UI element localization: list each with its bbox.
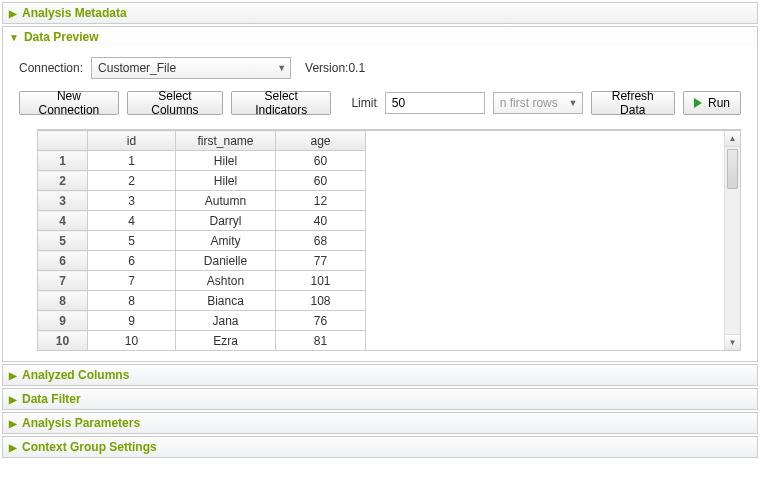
- limit-label: Limit: [351, 96, 376, 110]
- row-number: 4: [38, 211, 88, 231]
- refresh-data-button[interactable]: Refresh Data: [591, 91, 675, 115]
- cell-id: 3: [88, 191, 176, 211]
- section-header-data-filter[interactable]: ▶ Data Filter: [3, 389, 757, 409]
- data-table: id first_name age 11Hilel6022Hilel6033Au…: [37, 130, 366, 351]
- cell-age: 60: [276, 171, 366, 191]
- cell-age: 77: [276, 251, 366, 271]
- cell-id: 8: [88, 291, 176, 311]
- connection-label: Connection:: [19, 61, 83, 75]
- section-title: Data Preview: [24, 30, 99, 44]
- cell-age: 68: [276, 231, 366, 251]
- data-preview-body: Connection: Customer_File ▼ Version:0.1 …: [3, 47, 757, 361]
- cell-first-name: Darryl: [176, 211, 276, 231]
- section-header-analyzed-columns[interactable]: ▶ Analyzed Columns: [3, 365, 757, 385]
- cell-first-name: Danielle: [176, 251, 276, 271]
- cell-age: 76: [276, 311, 366, 331]
- section-header-data-preview[interactable]: ▼ Data Preview: [3, 27, 757, 47]
- version-label: Version:0.1: [299, 59, 371, 77]
- row-number: 9: [38, 311, 88, 331]
- row-number: 3: [38, 191, 88, 211]
- table-row[interactable]: 77Ashton101: [38, 271, 366, 291]
- cell-id: 6: [88, 251, 176, 271]
- row-number: 10: [38, 331, 88, 351]
- table-row[interactable]: 1010Ezra81: [38, 331, 366, 351]
- collapse-icon: ▼: [9, 32, 19, 43]
- data-table-wrap: id first_name age 11Hilel6022Hilel6033Au…: [37, 129, 741, 351]
- col-header-id[interactable]: id: [88, 131, 176, 151]
- cell-age: 12: [276, 191, 366, 211]
- table-corner: [38, 131, 88, 151]
- col-header-first-name[interactable]: first_name: [176, 131, 276, 151]
- section-title: Data Filter: [22, 392, 81, 406]
- expand-icon: ▶: [9, 394, 17, 405]
- cell-age: 81: [276, 331, 366, 351]
- table-row[interactable]: 11Hilel60: [38, 151, 366, 171]
- table-row[interactable]: 99Jana76: [38, 311, 366, 331]
- cell-first-name: Amity: [176, 231, 276, 251]
- col-header-age[interactable]: age: [276, 131, 366, 151]
- cell-id: 4: [88, 211, 176, 231]
- play-icon: [694, 98, 702, 108]
- cell-age: 60: [276, 151, 366, 171]
- scroll-up-icon[interactable]: ▲: [725, 131, 740, 147]
- row-number: 6: [38, 251, 88, 271]
- scroll-thumb[interactable]: [727, 149, 738, 189]
- row-number: 1: [38, 151, 88, 171]
- section-analysis-parameters: ▶ Analysis Parameters: [2, 412, 758, 434]
- section-header-context-group-settings[interactable]: ▶ Context Group Settings: [3, 437, 757, 457]
- scroll-down-icon[interactable]: ▼: [725, 334, 740, 350]
- cell-first-name: Ezra: [176, 331, 276, 351]
- section-data-filter: ▶ Data Filter: [2, 388, 758, 410]
- cell-first-name: Ashton: [176, 271, 276, 291]
- cell-first-name: Bianca: [176, 291, 276, 311]
- row-number: 2: [38, 171, 88, 191]
- limit-input[interactable]: [385, 92, 485, 114]
- table-row[interactable]: 44Darryl40: [38, 211, 366, 231]
- connection-combo[interactable]: Customer_File ▼: [91, 57, 291, 79]
- expand-icon: ▶: [9, 8, 17, 19]
- select-indicators-button[interactable]: Select Indicators: [231, 91, 331, 115]
- chevron-down-icon: ▼: [277, 63, 286, 73]
- cell-id: 5: [88, 231, 176, 251]
- section-title: Analyzed Columns: [22, 368, 129, 382]
- new-connection-button[interactable]: New Connection: [19, 91, 119, 115]
- vertical-scrollbar[interactable]: ▲ ▼: [724, 131, 740, 350]
- row-number: 7: [38, 271, 88, 291]
- table-row[interactable]: 55Amity68: [38, 231, 366, 251]
- expand-icon: ▶: [9, 418, 17, 429]
- section-data-preview: ▼ Data Preview Connection: Customer_File…: [2, 26, 758, 362]
- expand-icon: ▶: [9, 442, 17, 453]
- table-row[interactable]: 22Hilel60: [38, 171, 366, 191]
- table-row[interactable]: 66Danielle77: [38, 251, 366, 271]
- cell-id: 9: [88, 311, 176, 331]
- run-button[interactable]: Run: [683, 91, 741, 115]
- expand-icon: ▶: [9, 370, 17, 381]
- cell-id: 10: [88, 331, 176, 351]
- cell-first-name: Autumn: [176, 191, 276, 211]
- table-row[interactable]: 88Bianca108: [38, 291, 366, 311]
- cell-age: 101: [276, 271, 366, 291]
- cell-age: 108: [276, 291, 366, 311]
- row-number: 5: [38, 231, 88, 251]
- chevron-down-icon: ▼: [569, 98, 578, 108]
- section-analysis-metadata: ▶ Analysis Metadata: [2, 2, 758, 24]
- section-title: Context Group Settings: [22, 440, 157, 454]
- section-header-analysis-metadata[interactable]: ▶ Analysis Metadata: [3, 3, 757, 23]
- cell-first-name: Hilel: [176, 171, 276, 191]
- toolbar: New Connection Select Columns Select Ind…: [19, 91, 741, 115]
- cell-first-name: Hilel: [176, 151, 276, 171]
- select-columns-button[interactable]: Select Columns: [127, 91, 223, 115]
- row-mode-combo[interactable]: n first rows ▼: [493, 92, 583, 114]
- cell-id: 7: [88, 271, 176, 291]
- table-empty-area: ▲ ▼: [366, 130, 741, 351]
- section-context-group-settings: ▶ Context Group Settings: [2, 436, 758, 458]
- section-header-analysis-parameters[interactable]: ▶ Analysis Parameters: [3, 413, 757, 433]
- cell-first-name: Jana: [176, 311, 276, 331]
- section-title: Analysis Parameters: [22, 416, 140, 430]
- cell-id: 2: [88, 171, 176, 191]
- row-number: 8: [38, 291, 88, 311]
- cell-age: 40: [276, 211, 366, 231]
- table-row[interactable]: 33Autumn12: [38, 191, 366, 211]
- row-mode-value: n first rows: [500, 96, 558, 110]
- cell-id: 1: [88, 151, 176, 171]
